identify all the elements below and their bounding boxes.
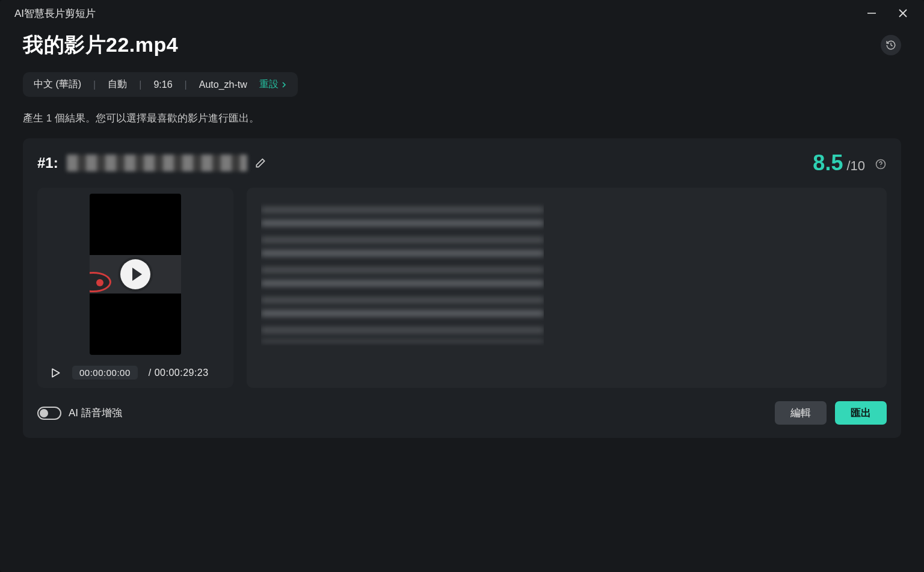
result-hint: 產生 1 個結果。您可以選擇最喜歡的影片進行匯出。 — [23, 111, 901, 125]
score: 8.5 /10 — [813, 150, 887, 176]
reset-label: 重設 — [259, 78, 279, 91]
transcript-redacted — [261, 202, 544, 346]
titlebar: AI智慧長片剪短片 — [0, 0, 924, 26]
meta-preset[interactable]: Auto_zh-tw — [199, 79, 247, 90]
result-head-left: #1: — [37, 155, 266, 171]
window-controls — [865, 7, 918, 20]
window-title: AI智慧長片剪短片 — [14, 7, 96, 20]
result-card-body: 00:00:00:00 / 00:00:29:23 — [37, 188, 887, 388]
toggle-switch[interactable] — [37, 407, 61, 420]
rename-button[interactable] — [254, 157, 266, 169]
result-card-foot: AI 語音增強 編輯 匯出 — [37, 401, 887, 425]
transcript-panel — [247, 188, 887, 388]
edit-button[interactable]: 編輯 — [775, 401, 827, 425]
pencil-icon — [254, 157, 266, 169]
score-max: /10 — [846, 158, 865, 174]
play-overlay-button[interactable] — [120, 259, 150, 289]
file-row: 我的影片22.mp4 — [23, 31, 901, 59]
reset-link[interactable]: 重設 — [259, 78, 287, 91]
result-card: #1: 8.5 /10 — [23, 138, 901, 438]
svg-line-4 — [891, 45, 893, 46]
history-icon — [886, 40, 896, 51]
svg-point-6 — [880, 167, 881, 167]
score-value: 8.5 — [813, 150, 843, 176]
action-buttons: 編輯 匯出 — [775, 401, 887, 425]
meta-bar: 中文 (華語) | 自動 | 9:16 | Auto_zh-tw 重設 — [23, 72, 298, 97]
minimize-icon — [867, 8, 876, 18]
history-button[interactable] — [881, 35, 901, 55]
meta-duration[interactable]: 9:16 — [153, 79, 172, 90]
close-icon — [898, 8, 908, 18]
meta-language[interactable]: 中文 (華語) — [34, 78, 81, 91]
meta-separator: | — [185, 79, 187, 90]
clip-index: #1: — [37, 155, 58, 171]
export-button[interactable]: 匯出 — [835, 401, 887, 425]
header: 我的影片22.mp4 中文 (華語) | 自動 | 9:16 | Auto_zh… — [0, 26, 924, 125]
minimize-button[interactable] — [865, 7, 878, 20]
close-button[interactable] — [896, 7, 910, 20]
video-thumbnail[interactable] — [90, 194, 181, 355]
play-button[interactable] — [49, 367, 61, 379]
time-row: 00:00:00:00 / 00:00:29:23 — [42, 366, 229, 380]
meta-separator: | — [93, 79, 96, 90]
meta-separator: | — [139, 79, 141, 90]
preview-panel: 00:00:00:00 / 00:00:29:23 — [37, 188, 233, 388]
score-info-button[interactable] — [875, 158, 887, 170]
question-circle-icon — [875, 158, 887, 170]
file-title: 我的影片22.mp4 — [23, 31, 178, 59]
ai-voice-toggle[interactable]: AI 語音增強 — [37, 406, 122, 420]
time-current[interactable]: 00:00:00:00 — [72, 366, 138, 380]
app-window: AI智慧長片剪短片 我的影片22.mp4 中文 (華語) | 自動 | 9:16 — [0, 0, 924, 572]
time-duration: / 00:00:29:23 — [149, 367, 209, 378]
meta-mode[interactable]: 自動 — [108, 78, 127, 91]
chevron-right-icon — [281, 82, 287, 88]
ai-voice-label: AI 語音增強 — [69, 406, 122, 420]
result-card-head: #1: 8.5 /10 — [37, 150, 887, 176]
play-icon — [49, 367, 61, 379]
clip-title-redacted — [67, 155, 247, 171]
